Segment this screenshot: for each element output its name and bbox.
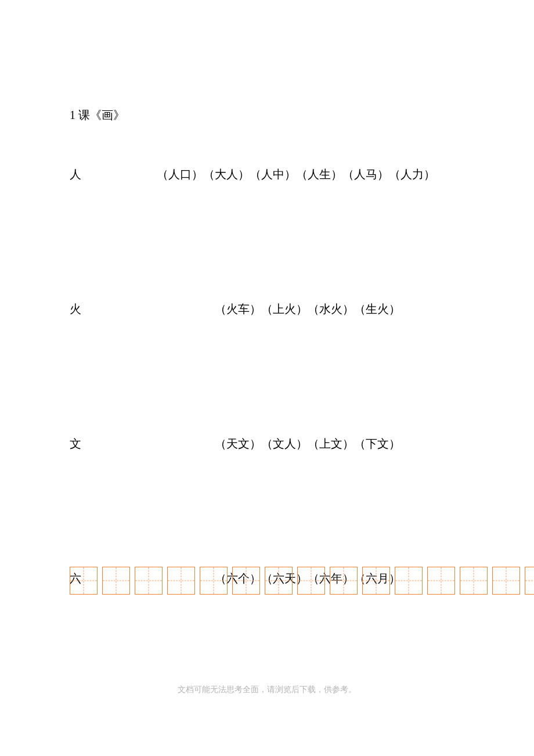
vocab-char: 文: [70, 436, 157, 452]
practice-cell: [135, 567, 163, 595]
footer-note: 文档可能无法思考全面，请浏览后下载，供参考。: [0, 685, 534, 695]
practice-cell: [200, 567, 228, 595]
practice-cell: [492, 567, 520, 595]
vocab-words: （天文）（文人）（上文）（下文）: [157, 436, 400, 452]
vocab-words: （火车）（上火）（水火）（生火）: [157, 301, 400, 317]
practice-cell: [265, 567, 293, 595]
document-body: 1 课《画》 人 （人口）（大人）（人中）（人生）（人马）（人力） 火 （火车）…: [0, 0, 534, 586]
lesson-title: 1 课《画》: [70, 107, 488, 123]
practice-cell: [362, 567, 390, 595]
practice-cell: [167, 567, 195, 595]
vocab-char: 火: [70, 301, 157, 317]
practice-cell: [395, 567, 423, 595]
vocab-char: 人: [70, 167, 157, 182]
vocab-entry: 文 （天文）（文人）（上文）（下文）: [70, 436, 488, 452]
practice-cell-partial: [525, 567, 534, 595]
practice-cell: [427, 567, 455, 595]
practice-cell: [330, 567, 358, 595]
practice-cell: [297, 567, 325, 595]
practice-cell: [70, 567, 98, 595]
vocab-entry: 火 （火车）（上火）（水火）（生火）: [70, 301, 488, 317]
practice-cell: [232, 567, 260, 595]
vocab-entry: 人 （人口）（大人）（人中）（人生）（人马）（人力）: [70, 167, 488, 182]
vocab-words: （人口）（大人）（人中）（人生）（人马）（人力）: [157, 167, 435, 182]
practice-cell: [460, 567, 488, 595]
practice-cell: [102, 567, 130, 595]
practice-grid: [70, 567, 534, 595]
